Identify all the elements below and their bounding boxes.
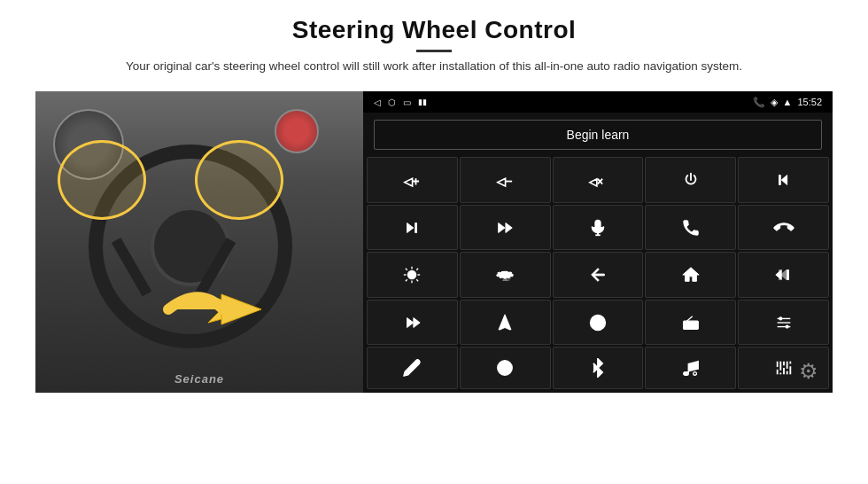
home-nav-button[interactable] [645, 252, 736, 298]
fast-forward-button[interactable] [460, 205, 551, 251]
subtitle: Your original car's steering wheel contr… [126, 58, 742, 75]
svg-point-31 [694, 372, 697, 376]
360-button[interactable]: 360° [460, 252, 551, 298]
title-divider [416, 50, 452, 52]
phone-hang-up-button[interactable] [738, 205, 829, 251]
highlight-circle-right [195, 140, 283, 220]
highlight-circle-left [58, 140, 146, 220]
begin-learn-button[interactable]: Begin learn [374, 120, 822, 150]
status-bar-left: ◁ ⬡ ▭ ▮▮ [374, 98, 427, 107]
status-bar: ◁ ⬡ ▭ ▮▮ 📞 ◈ ▲ 15:52 [363, 91, 833, 113]
page-title: Steering Wheel Control [126, 16, 742, 44]
svg-line-13 [417, 279, 419, 281]
brightness-button[interactable] [367, 252, 458, 298]
svg-point-7 [408, 270, 416, 278]
back-nav-button[interactable] [553, 252, 644, 298]
begin-learn-row: Begin learn [363, 113, 833, 157]
prev-track-button[interactable] [738, 157, 829, 203]
gauge-right [275, 109, 319, 153]
radio-button[interactable] [645, 300, 736, 346]
content-area: Seicane ◁ ⬡ ▭ ▮▮ 📞 ◈ ▲ 15:52 [35, 91, 833, 393]
vol-down-button[interactable]: ◁− [460, 157, 551, 203]
location-icon: ◈ [771, 97, 778, 108]
power-button[interactable] [645, 157, 736, 203]
phone-answer-button[interactable] [645, 205, 736, 251]
menu-settings-button[interactable] [738, 300, 829, 346]
title-section: Steering Wheel Control Your original car… [126, 16, 742, 84]
navigation-button[interactable] [460, 300, 551, 346]
svg-text:360°: 360° [502, 277, 511, 282]
home-nav-icon[interactable]: ⬡ [388, 98, 396, 107]
svg-line-15 [417, 269, 419, 270]
svg-text:◁×: ◁× [589, 176, 603, 188]
next-button[interactable] [367, 205, 458, 251]
swap-button[interactable] [553, 300, 644, 346]
svg-point-28 [786, 325, 788, 328]
clock: 15:52 [797, 97, 822, 107]
svg-text:◁−: ◁− [497, 175, 513, 188]
svg-point-27 [779, 317, 782, 320]
rewind-button[interactable] [738, 252, 829, 298]
mic-button[interactable] [553, 205, 644, 251]
pen-button[interactable] [367, 347, 458, 389]
vol-up-button[interactable]: ◁+ [367, 157, 458, 203]
back-nav-icon[interactable]: ◁ [374, 98, 381, 107]
mute-button[interactable]: ◁× [553, 157, 644, 203]
page-container: Steering Wheel Control Your original car… [0, 0, 868, 484]
watermark: Seicane [174, 372, 224, 386]
skip-forward-button[interactable] [367, 300, 458, 346]
steering-wheel-hub [151, 207, 230, 286]
car-image: Seicane [35, 91, 363, 393]
status-bar-right: 📞 ◈ ▲ 15:52 [753, 97, 822, 108]
svg-point-30 [502, 366, 508, 371]
phone-status-icon: 📞 [753, 97, 765, 108]
svg-line-14 [406, 279, 407, 281]
page-settings-gear[interactable]: ⚙ [799, 359, 824, 384]
arrow-indicator [159, 278, 266, 344]
controls-grid: ◁+ ◁− ◁× [363, 157, 833, 393]
wifi-status-icon: ▲ [783, 97, 793, 107]
svg-point-21 [686, 323, 689, 326]
radio-panel: ◁ ⬡ ▭ ▮▮ 📞 ◈ ▲ 15:52 Begin learn [363, 91, 833, 393]
recents-nav-icon[interactable]: ▭ [403, 98, 411, 107]
music-button[interactable] [645, 347, 736, 389]
svg-line-12 [406, 269, 407, 270]
svg-text:◁+: ◁+ [404, 175, 420, 188]
signal-icon: ▮▮ [418, 98, 427, 106]
bluetooth-button[interactable] [553, 347, 644, 389]
circle-power-button[interactable] [460, 347, 551, 389]
